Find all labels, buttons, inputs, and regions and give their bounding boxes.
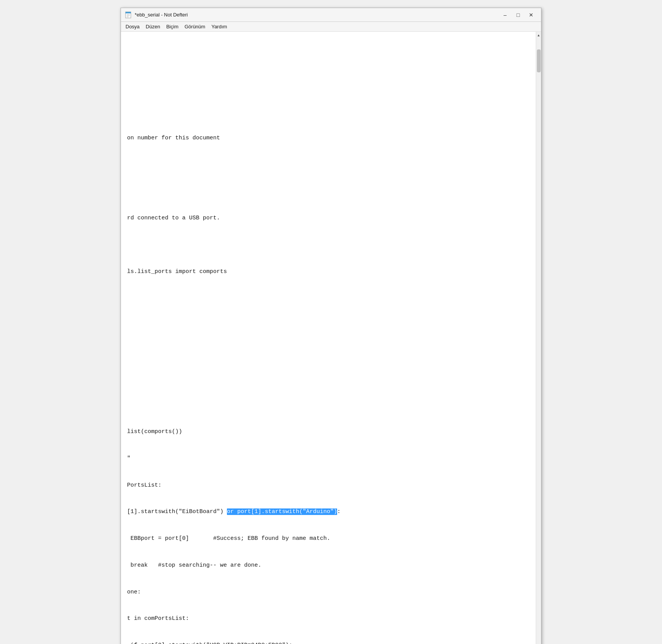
window-controls: – □ ✕ (499, 11, 537, 19)
line-10 (121, 294, 536, 302)
highlighted-text: or port[1].startswith("Arduino") (227, 508, 337, 515)
line-one: one: (121, 588, 536, 597)
line-9: ls.list_ports import comports (121, 267, 536, 276)
app-icon (125, 11, 132, 18)
line-1 (121, 54, 536, 62)
title-bar: *ebb_serial - Not Defteri – □ ✕ (121, 8, 541, 22)
minimize-button[interactable]: – (499, 11, 511, 19)
line-ebbport: EBBport = port[0] #Success; EBB found by… (121, 534, 536, 543)
menu-duzen[interactable]: Düzen (143, 23, 163, 30)
menu-dosya[interactable]: Dosya (122, 23, 143, 30)
line-2 (121, 80, 536, 89)
menu-gorunum[interactable]: Görünüm (181, 23, 208, 30)
menu-bar: Dosya Düzen Biçim Görünüm Yardım (121, 22, 541, 32)
line-12 (121, 347, 536, 356)
scrollbar-vertical[interactable]: ▲ ▼ (536, 32, 541, 644)
line-ports-list: PortsList: (121, 481, 536, 490)
title-bar-left: *ebb_serial - Not Defteri (125, 11, 188, 18)
menu-bicim[interactable]: Biçim (163, 23, 181, 30)
line-4: on number for this document (121, 134, 536, 142)
text-content[interactable]: on number for this document rd connected… (121, 32, 536, 644)
line-comports: t in comPortsList: (121, 614, 536, 623)
scroll-up-arrow[interactable]: ▲ (537, 33, 541, 38)
line-5 (121, 160, 536, 169)
window-title: *ebb_serial - Not Defteri (135, 12, 188, 18)
line-if-port: if port[2].startswith("USB VID:PID=04D8:… (121, 641, 536, 644)
line-11 (121, 320, 536, 329)
line-6 (121, 187, 536, 196)
line-16: " (121, 454, 536, 463)
line-break1: break #stop searching-- we are done. (121, 561, 536, 570)
line-15: list(comports()) (121, 427, 536, 436)
scroll-thumb-vertical[interactable] (537, 49, 541, 72)
svg-rect-1 (126, 12, 131, 13)
line-13 (121, 374, 536, 383)
line-14 (121, 400, 536, 409)
notepad-window: *ebb_serial - Not Defteri – □ ✕ Dosya Dü… (121, 8, 541, 644)
line-7: rd connected to a USB port. (121, 214, 536, 222)
close-button[interactable]: ✕ (525, 11, 537, 19)
line-3 (121, 107, 536, 116)
menu-yardim[interactable]: Yardım (208, 23, 230, 30)
line-8 (121, 240, 536, 249)
line-startswith: [1].startswith("EiBotBoard") or port[1].… (121, 507, 536, 516)
maximize-button[interactable]: □ (512, 11, 524, 19)
editor-area: on number for this document rd connected… (121, 32, 541, 644)
